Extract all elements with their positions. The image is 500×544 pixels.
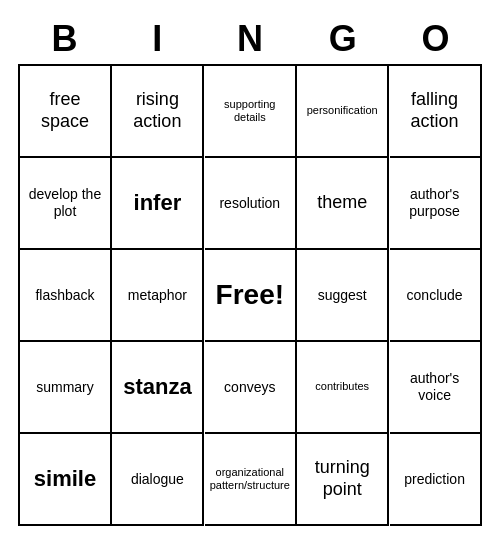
bingo-cell-4[interactable]: falling action — [390, 66, 482, 158]
bingo-cell-10[interactable]: flashback — [20, 250, 112, 342]
bingo-cell-19[interactable]: author's voice — [390, 342, 482, 434]
cell-text-14: conclude — [407, 287, 463, 304]
cell-text-22: organizational pattern/structure — [209, 466, 291, 492]
bingo-cell-0[interactable]: free space — [20, 66, 112, 158]
cell-text-12: Free! — [216, 278, 284, 312]
cell-text-1: rising action — [116, 89, 198, 132]
cell-text-19: author's voice — [394, 370, 476, 404]
cell-text-11: metaphor — [128, 287, 187, 304]
cell-text-15: summary — [36, 379, 94, 396]
cell-text-9: author's purpose — [394, 186, 476, 220]
bingo-cell-1[interactable]: rising action — [112, 66, 204, 158]
bingo-cell-9[interactable]: author's purpose — [390, 158, 482, 250]
cell-text-3: personification — [307, 104, 378, 117]
bingo-cell-21[interactable]: dialogue — [112, 434, 204, 526]
header-letter-b: B — [20, 18, 108, 60]
bingo-cell-15[interactable]: summary — [20, 342, 112, 434]
header-letter-g: G — [299, 18, 387, 60]
bingo-cell-8[interactable]: theme — [297, 158, 389, 250]
cell-text-18: contributes — [315, 380, 369, 393]
cell-text-6: infer — [134, 190, 182, 216]
cell-text-13: suggest — [318, 287, 367, 304]
cell-text-5: develop the plot — [24, 186, 106, 220]
header-letter-i: I — [113, 18, 201, 60]
cell-text-10: flashback — [35, 287, 94, 304]
bingo-cell-2[interactable]: supporting details — [205, 66, 297, 158]
bingo-grid: free spacerising actionsupporting detail… — [18, 64, 482, 526]
bingo-cell-22[interactable]: organizational pattern/structure — [205, 434, 297, 526]
bingo-cell-6[interactable]: infer — [112, 158, 204, 250]
bingo-header: BINGO — [18, 18, 482, 60]
bingo-cell-12[interactable]: Free! — [205, 250, 297, 342]
cell-text-24: prediction — [404, 471, 465, 488]
bingo-cell-20[interactable]: simile — [20, 434, 112, 526]
cell-text-21: dialogue — [131, 471, 184, 488]
cell-text-4: falling action — [394, 89, 476, 132]
cell-text-7: resolution — [219, 195, 280, 212]
cell-text-20: simile — [34, 466, 96, 492]
bingo-cell-18[interactable]: contributes — [297, 342, 389, 434]
bingo-cell-23[interactable]: turning point — [297, 434, 389, 526]
cell-text-23: turning point — [301, 457, 383, 500]
bingo-cell-5[interactable]: develop the plot — [20, 158, 112, 250]
bingo-card: BINGO free spacerising actionsupporting … — [10, 10, 490, 534]
header-letter-o: O — [392, 18, 480, 60]
cell-text-8: theme — [317, 192, 367, 214]
bingo-cell-11[interactable]: metaphor — [112, 250, 204, 342]
cell-text-16: stanza — [123, 374, 191, 400]
bingo-cell-13[interactable]: suggest — [297, 250, 389, 342]
bingo-cell-14[interactable]: conclude — [390, 250, 482, 342]
cell-text-17: conveys — [224, 379, 275, 396]
bingo-cell-3[interactable]: personification — [297, 66, 389, 158]
cell-text-2: supporting details — [209, 98, 291, 124]
bingo-cell-16[interactable]: stanza — [112, 342, 204, 434]
bingo-cell-7[interactable]: resolution — [205, 158, 297, 250]
bingo-cell-24[interactable]: prediction — [390, 434, 482, 526]
cell-text-0: free space — [24, 89, 106, 132]
bingo-cell-17[interactable]: conveys — [205, 342, 297, 434]
header-letter-n: N — [206, 18, 294, 60]
